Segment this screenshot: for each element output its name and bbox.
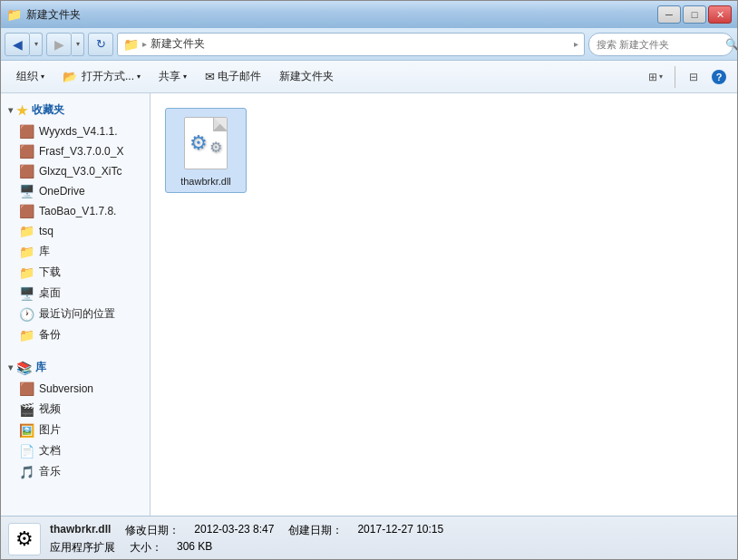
taobao-label: TaoBao_V1.7.8. xyxy=(39,205,116,217)
preview-pane-button[interactable]: ⊟ xyxy=(683,66,704,88)
gear-blue-icon: ⚙ xyxy=(189,131,208,155)
taobao-icon: 🟫 xyxy=(19,204,34,218)
addressbar: ◀ ▾ ▶ ▾ ↻ 📁 ▸ 新建文件夹 ▸ 🔍 xyxy=(1,28,737,61)
sidebar-item-video[interactable]: 🎬 视频 xyxy=(1,399,150,420)
gear-overlay: ⚙ ⚙ xyxy=(189,131,222,156)
status-type: 应用程序扩展 xyxy=(50,540,115,555)
tsq-label: tsq xyxy=(39,225,53,237)
help-icon: ? xyxy=(712,70,726,84)
sidebar-item-doc[interactable]: 📄 文档 xyxy=(1,440,150,461)
minimize-button[interactable]: ─ xyxy=(657,5,681,24)
sidebar-item-recent[interactable]: 🕐 最近访问的位置 xyxy=(1,304,150,324)
doc-icon: 📄 xyxy=(19,444,34,459)
desktop-label: 桌面 xyxy=(39,285,61,301)
star-icon: ★ xyxy=(16,103,28,118)
open-button[interactable]: 📂 打开方式... ▾ xyxy=(54,64,149,89)
sidebar-spacer xyxy=(1,345,150,356)
help-button[interactable]: ? xyxy=(708,66,730,88)
sidebar-section-favorites[interactable]: ▾ ★ 收藏夹 xyxy=(1,99,150,121)
subversion-label: Subversion xyxy=(39,382,93,395)
breadcrumb-text: 新建文件夹 xyxy=(151,36,205,52)
email-button[interactable]: ✉ 电子邮件 xyxy=(197,64,269,89)
organize-label: 组织 xyxy=(16,69,38,84)
sidebar-item-backup[interactable]: 📁 备份 xyxy=(1,324,150,345)
sidebar-item-taobao[interactable]: 🟫 TaoBao_V1.7.8. xyxy=(1,201,150,221)
doc-label: 文档 xyxy=(39,443,61,459)
sidebar-item-subversion[interactable]: 🟫 Subversion xyxy=(1,379,150,399)
file-name: thawbrkr.dll xyxy=(180,176,231,187)
file-area: ⚙ ⚙ thawbrkr.dll xyxy=(151,93,737,516)
sidebar-item-frasf[interactable]: 🟫 Frasf_V3.7.0.0_X xyxy=(1,141,150,161)
onedrive-label: OneDrive xyxy=(39,185,85,198)
open-dropdown-icon: ▾ xyxy=(137,72,141,81)
music-icon: 🎵 xyxy=(19,465,34,479)
status-created-label: 创建日期： xyxy=(288,523,343,538)
sidebar-item-image[interactable]: 🖼️ 图片 xyxy=(1,420,150,440)
frasf-icon: 🟫 xyxy=(19,144,34,159)
status-file-icon: ⚙ xyxy=(8,523,41,555)
breadcrumb[interactable]: 📁 ▸ 新建文件夹 ▸ xyxy=(117,33,585,56)
status-filename: thawbrkr.dll xyxy=(50,523,111,538)
refresh-icon: ↻ xyxy=(96,37,106,51)
recent-label: 最近访问的位置 xyxy=(39,306,115,322)
video-label: 视频 xyxy=(39,401,61,417)
new-folder-button[interactable]: 新建文件夹 xyxy=(271,64,342,89)
window-controls: ─ □ ✕ xyxy=(657,5,732,24)
sidebar-item-wyy[interactable]: 🟫 Wyyxds_V4.1.1. xyxy=(1,121,150,141)
file-item-thawbrkr[interactable]: ⚙ ⚙ thawbrkr.dll xyxy=(165,108,247,193)
sidebar-section-library[interactable]: ▾ 📚 库 xyxy=(1,356,150,379)
gear-gray-icon: ⚙ xyxy=(209,139,222,156)
breadcrumb-end-arrow: ▸ xyxy=(574,39,578,49)
forward-button[interactable]: ▶ xyxy=(46,33,72,56)
refresh-button[interactable]: ↻ xyxy=(88,33,113,56)
wyy-icon: 🟫 xyxy=(19,124,34,139)
library-label: 库 xyxy=(35,360,46,375)
forward-dropdown[interactable]: ▾ xyxy=(72,33,84,56)
close-button[interactable]: ✕ xyxy=(708,5,732,24)
share-button[interactable]: 共享 ▾ xyxy=(151,64,195,89)
status-info: thawbrkr.dll 修改日期： 2012-03-23 8:47 创建日期：… xyxy=(50,523,443,555)
view-options-button[interactable]: ⊞ ▾ xyxy=(644,66,667,88)
sidebar-item-glxzq[interactable]: 🟫 Glxzq_V3.0_XiTc xyxy=(1,161,150,181)
organize-button[interactable]: 组织 ▾ xyxy=(8,64,53,89)
email-label: 电子邮件 xyxy=(218,69,261,84)
music-label: 音乐 xyxy=(39,464,61,479)
favorites-label: 收藏夹 xyxy=(32,102,64,118)
backup-icon: 📁 xyxy=(19,328,34,343)
library-icon: 📚 xyxy=(16,361,32,375)
status-size: 306 KB xyxy=(177,540,212,555)
glxzq-icon: 🟫 xyxy=(19,164,34,179)
sidebar-item-music[interactable]: 🎵 音乐 xyxy=(1,461,150,482)
view-dropdown-icon: ▾ xyxy=(659,72,663,81)
recent-icon: 🕐 xyxy=(19,307,34,322)
subversion-icon: 🟫 xyxy=(19,381,34,396)
backup-label: 备份 xyxy=(39,327,61,343)
search-bar[interactable]: 🔍 xyxy=(588,33,733,56)
sidebar-item-tsq[interactable]: 📁 tsq xyxy=(1,221,150,241)
desktop-icon: 🖥️ xyxy=(19,286,34,301)
breadcrumb-arrow: ▸ xyxy=(142,39,147,49)
sidebar-item-download[interactable]: 📁 下载 xyxy=(1,262,150,283)
video-icon: 🎬 xyxy=(19,402,34,417)
back-dropdown[interactable]: ▾ xyxy=(30,33,43,56)
image-label: 图片 xyxy=(39,422,61,438)
dll-icon: ⚙ ⚙ xyxy=(180,114,231,172)
maximize-button[interactable]: □ xyxy=(683,5,706,24)
main-layout: ▾ ★ 收藏夹 🟫 Wyyxds_V4.1.1. 🟫 Frasf_V3.7.0.… xyxy=(1,93,737,516)
tsq-icon: 📁 xyxy=(19,224,34,238)
back-button[interactable]: ◀ xyxy=(5,33,30,56)
new-folder-label: 新建文件夹 xyxy=(279,69,334,84)
sidebar-item-ku[interactable]: 📁 库 xyxy=(1,241,150,262)
ku-icon: 📁 xyxy=(19,245,34,259)
download-label: 下载 xyxy=(39,265,61,280)
toolbar: 组织 ▾ 📂 打开方式... ▾ 共享 ▾ ✉ 电子邮件 新建文件夹 ⊞ ▾ ⊟… xyxy=(1,61,737,93)
share-dropdown-icon: ▾ xyxy=(183,72,187,81)
forward-icon: ▶ xyxy=(54,37,64,52)
titlebar: 📁 新建文件夹 ─ □ ✕ xyxy=(1,1,737,28)
sidebar-item-desktop[interactable]: 🖥️ 桌面 xyxy=(1,283,150,304)
window-title: 新建文件夹 xyxy=(26,7,657,23)
sidebar-item-onedrive[interactable]: 🖥️ OneDrive xyxy=(1,181,150,201)
search-input[interactable] xyxy=(597,39,722,50)
breadcrumb-folder-icon: 📁 xyxy=(123,37,139,52)
image-icon: 🖼️ xyxy=(19,423,34,438)
